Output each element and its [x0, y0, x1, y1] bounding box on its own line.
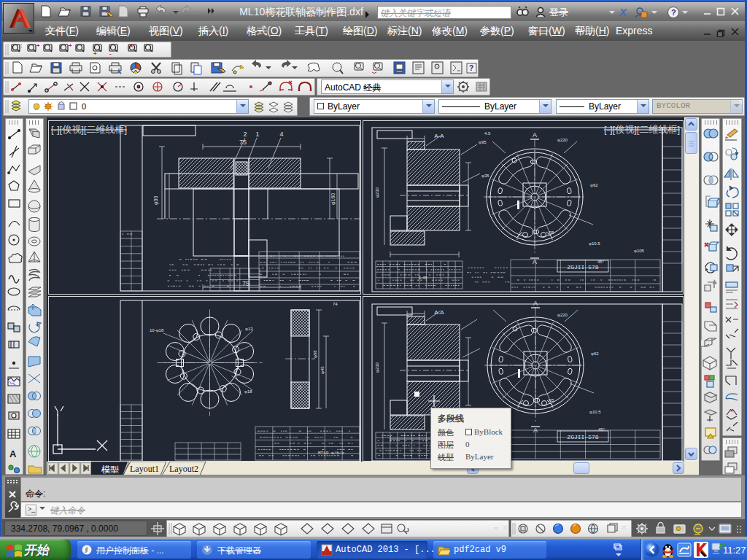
svg-text:A: A — [533, 258, 537, 265]
svg-text:φ18: φ18 — [244, 389, 252, 394]
svg-text:φ105: φ105 — [634, 249, 645, 253]
svg-text:75: 75 — [239, 139, 247, 146]
svg-text:X: X — [619, 6, 627, 18]
svg-text:φ30: φ30 — [153, 196, 159, 205]
svg-text:φ58: φ58 — [313, 350, 317, 358]
svg-text:ZGJII-578: ZGJII-578 — [567, 264, 598, 271]
svg-text:1: 1 — [255, 131, 259, 138]
svg-text:4: 4 — [279, 131, 283, 138]
svg-text:φ10.5: φ10.5 — [589, 241, 600, 246]
svg-text:A: A — [533, 131, 537, 139]
svg-text:2: 2 — [243, 131, 247, 138]
svg-text:φ230: φ230 — [375, 187, 379, 198]
svg-text:φ35: φ35 — [481, 174, 489, 178]
svg-text:φ220: φ220 — [557, 138, 568, 142]
svg-text:R5: R5 — [549, 230, 554, 235]
svg-text:φ62: φ62 — [590, 183, 598, 187]
svg-text:74: 74 — [333, 302, 338, 306]
svg-text:4.5: 4.5 — [484, 131, 491, 136]
svg-text:φ95: φ95 — [479, 140, 487, 144]
svg-text:φ13: φ13 — [245, 327, 253, 331]
svg-text:φ230: φ230 — [375, 362, 379, 373]
svg-text:[-][俟视][二维线框]: [-][俟视][二维线框] — [51, 124, 127, 135]
svg-text:+: + — [93, 50, 97, 57]
svg-text:0: 0 — [82, 102, 86, 111]
svg-text:+: + — [36, 42, 40, 49]
svg-text:φ160: φ160 — [330, 193, 336, 205]
svg-text:φ220: φ220 — [557, 313, 568, 317]
svg-text:A-A: A-A — [434, 133, 444, 139]
svg-text:x: x — [130, 42, 133, 49]
svg-text:登录: 登录 — [549, 7, 568, 18]
svg-text:A: A — [533, 300, 538, 307]
svg-text:?: ? — [671, 8, 676, 17]
svg-text:φ62: φ62 — [591, 351, 599, 356]
svg-text:A-A: A-A — [434, 309, 444, 316]
svg-text:φ45: φ45 — [320, 366, 325, 374]
svg-text:A: A — [9, 448, 17, 459]
svg-text:-: - — [109, 50, 112, 57]
svg-text:[-][俟视][二维线框]: [-][俟视][二维线框] — [604, 124, 680, 135]
svg-text::: : — [20, 42, 23, 49]
svg-text:+: + — [69, 42, 72, 49]
svg-text:75: 75 — [242, 280, 249, 287]
svg-text:φ10.5: φ10.5 — [589, 410, 601, 414]
svg-text:MT10-a/b/c: MT10-a/b/c — [318, 451, 344, 456]
svg-text:10-φ18: 10-φ18 — [150, 328, 164, 332]
svg-text:R5: R5 — [549, 398, 554, 402]
svg-text:?: ? — [469, 64, 473, 72]
svg-text:ZGJII-578: ZGJII-578 — [567, 434, 598, 440]
